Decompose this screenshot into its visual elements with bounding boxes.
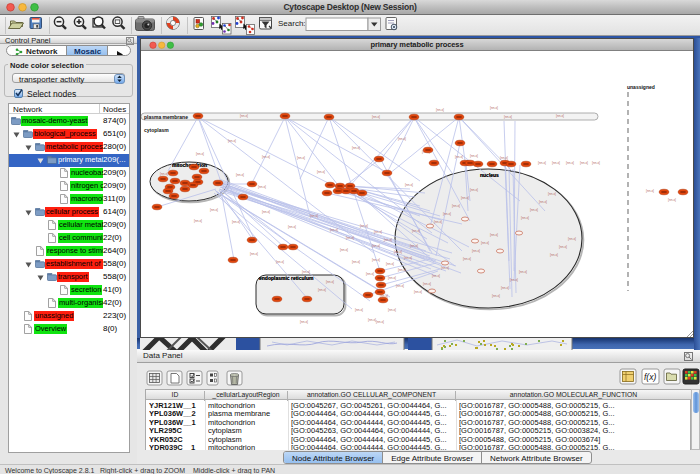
svg-text:f(x): f(x) [644,372,656,382]
svg-text:[nn-x]: [nn-x] [258,185,266,189]
svg-text:[nn-x]: [nn-x] [566,161,574,165]
svg-text:[nn-x]: [nn-x] [302,270,310,274]
svg-text:[nn-x]: [nn-x] [276,260,284,264]
svg-text:[nn-x]: [nn-x] [434,220,442,224]
svg-text:endoplasmic reticulum: endoplasmic reticulum [259,275,314,281]
svg-text:[nn-x]: [nn-x] [470,188,478,192]
svg-text:[nn-x]: [nn-x] [398,137,406,141]
svg-text:[nn-x]: [nn-x] [388,308,396,312]
svg-text:[nn-x]: [nn-x] [262,210,270,214]
svg-text:[nn-x]: [nn-x] [500,156,508,160]
svg-text:[nn-x]: [nn-x] [355,308,363,312]
svg-text:[nn-x]: [nn-x] [360,224,368,228]
svg-text:[nn-x]: [nn-x] [405,183,413,187]
svg-text:[nn-x]: [nn-x] [646,189,654,193]
svg-text:[nn-x]: [nn-x] [452,204,460,208]
svg-text:[nn-x]: [nn-x] [196,152,204,156]
svg-text:[nn-x]: [nn-x] [326,280,334,284]
svg-text:[nn-x]: [nn-x] [414,290,422,294]
svg-text:[nn-x]: [nn-x] [492,294,500,298]
svg-text:[nn-x]: [nn-x] [436,108,444,112]
svg-text:[nn-x]: [nn-x] [386,262,394,266]
svg-text:[nn-x]: [nn-x] [384,238,392,242]
svg-text:[nn-x]: [nn-x] [501,286,509,290]
svg-text:[nn-x]: [nn-x] [210,208,218,212]
svg-text:[nn-x]: [nn-x] [160,172,168,176]
svg-text:[nn-x]: [nn-x] [376,320,384,324]
svg-text:[nn-x]: [nn-x] [592,161,600,165]
svg-text:[nn-x]: [nn-x] [538,161,546,165]
svg-text:[nn-x]: [nn-x] [539,200,547,204]
svg-text:[nn-x]: [nn-x] [300,320,308,324]
svg-text:[nn-x]: [nn-x] [288,225,296,229]
svg-text:[nn-x]: [nn-x] [441,266,449,270]
svg-text:[nn-x]: [nn-x] [559,245,567,249]
svg-text:[nn-x]: [nn-x] [318,288,326,292]
svg-text:[nn-x]: [nn-x] [521,216,529,220]
svg-text:[nn-x]: [nn-x] [250,252,258,256]
svg-text:[nn-x]: [nn-x] [443,212,451,216]
svg-text:[nn-x]: [nn-x] [388,276,396,280]
svg-text:[nn-x]: [nn-x] [510,278,518,282]
svg-text:[nn-x]: [nn-x] [490,106,498,110]
svg-text:[nn-x]: [nn-x] [556,114,564,118]
svg-text:[nn-x]: [nn-x] [194,219,202,223]
svg-text:[nn-x]: [nn-x] [519,270,527,274]
svg-text:Search:: Search: [278,19,306,28]
svg-text:[nn-x]: [nn-x] [240,114,248,118]
svg-text:[nn-x]: [nn-x] [352,146,360,150]
svg-text:[nn-x]: [nn-x] [552,161,560,165]
svg-text:[nn-x]: [nn-x] [372,258,380,262]
svg-text:[nn-x]: [nn-x] [504,115,512,119]
svg-text:[nn-x]: [nn-x] [470,154,478,158]
svg-text:unassigned: unassigned [627,84,655,90]
svg-text:[nn-x]: [nn-x] [346,236,354,240]
svg-text:[nn-x]: [nn-x] [423,282,431,286]
svg-text:[nn-x]: [nn-x] [410,244,418,248]
svg-text:[nn-x]: [nn-x] [568,237,576,241]
svg-text:[nn-x]: [nn-x] [398,268,406,272]
svg-text:[nn-x]: [nn-x] [490,233,498,237]
svg-text:[nn-x]: [nn-x] [372,115,380,119]
svg-text:[nn-x]: [nn-x] [472,249,480,253]
svg-text:cytoplasm: cytoplasm [144,127,169,133]
svg-text:[nn-x]: [nn-x] [530,208,538,212]
svg-text:[nn-x]: [nn-x] [548,192,556,196]
svg-text:[nn-x]: [nn-x] [455,155,463,159]
svg-text:[nn-x]: [nn-x] [262,155,270,159]
svg-text:[nn-x]: [nn-x] [366,272,374,276]
svg-text:[nn-x]: [nn-x] [330,228,338,232]
svg-text:[nn-x]: [nn-x] [340,248,348,252]
svg-text:[nn-x]: [nn-x] [368,318,376,322]
svg-text:[nn-x]: [nn-x] [372,244,380,248]
svg-text:[nn-x]: [nn-x] [297,156,305,160]
svg-text:[nn-x]: [nn-x] [412,229,420,233]
svg-text:nucleus: nucleus [480,172,499,178]
svg-text:[nn-x]: [nn-x] [432,274,440,278]
svg-text:[nn-x]: [nn-x] [580,161,588,165]
svg-text:[nn-x]: [nn-x] [396,284,404,288]
svg-text:[nn-x]: [nn-x] [550,253,558,257]
svg-text:[nn-x]: [nn-x] [352,260,360,264]
svg-text:[nn-x]: [nn-x] [481,241,489,245]
svg-text:[nn-x]: [nn-x] [236,173,244,177]
svg-text:[nn-x]: [nn-x] [668,198,676,202]
svg-text:[nn-x]: [nn-x] [463,257,471,261]
svg-text:[nn-x]: [nn-x] [317,170,325,174]
svg-text:[nn-x]: [nn-x] [374,230,382,234]
svg-text:[nn-x]: [nn-x] [228,139,236,143]
svg-text:[nn-x]: [nn-x] [310,214,318,218]
svg-text:plasma membrane: plasma membrane [144,114,188,120]
svg-text:[nn-x]: [nn-x] [461,196,469,200]
svg-text:[nn-x]: [nn-x] [404,256,412,260]
svg-text:[nn-x]: [nn-x] [394,250,402,254]
svg-text:[nn-x]: [nn-x] [232,220,240,224]
